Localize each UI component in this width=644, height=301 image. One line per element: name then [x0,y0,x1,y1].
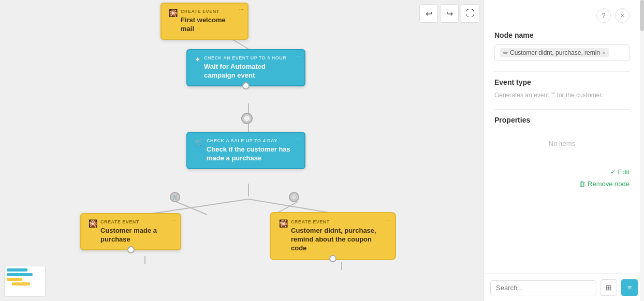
node-name-section-title: Node name [494,31,630,39]
event-type-title: Event type [494,78,630,86]
undo-button[interactable]: ↩ [419,4,438,23]
branch-icon-purchase: 🛒 [170,192,180,202]
divider-2 [494,109,630,110]
search-input-wrap [490,280,596,295]
mini-map[interactable] [4,266,46,297]
node-title-purchase: Customer made a purchase [100,227,173,244]
workflow-canvas[interactable]: ↩ ↪ ⛶ ··· 🎇 CREATE EVENT First welcome m… [0,0,484,301]
panel-bottom: ⊞ ≡ [484,274,644,301]
canvas-toolbar: ↩ ↪ ⛶ [419,4,479,23]
branch-icon-no: ⊘ [289,192,299,202]
split-circle [241,113,253,124]
node-name-field[interactable]: ✏ Customer didnt, purchase, remin × [494,44,630,61]
properties-section: Properties No items [494,116,630,158]
fullscreen-button[interactable]: ⛶ [461,4,479,23]
node-icon-check-event: ✦ [195,55,201,64]
close-button[interactable]: × [615,8,630,23]
edit-link[interactable]: ✓ Edit [610,168,630,176]
node-name-tag[interactable]: ✏ Customer didnt, purchase, remin × [500,48,609,57]
panel-scrollbar[interactable] [640,0,644,301]
node-badge-check-sale: CHECK A SALE UP TO 4 DAY [207,138,297,143]
node-icon-remind: 🎇 [279,219,288,228]
node-badge-check-event: CHECK AN EVENT UP TO 3 HOUR [204,55,297,61]
panel-top-actions: ? × [494,8,630,23]
remove-node-link[interactable]: 🗑 Remove node [579,180,630,188]
node-badge-purchase: CREATE EVENT [100,219,173,224]
divider-1 [494,71,630,72]
node-icon-purchase: 🎇 [89,219,97,228]
tag-close-icon[interactable]: × [602,50,605,56]
node-title-remind: Customer didnt, purchase, remind about t… [291,227,387,253]
node-badge-welcome: CREATE EVENT [181,9,240,14]
node-check-event[interactable]: ··· ✦ CHECK AN EVENT UP TO 3 HOUR Wait f… [186,49,305,86]
properties-title: Properties [494,116,630,124]
node-welcome-mail[interactable]: ··· 🎇 CREATE EVENT First welcome mail [160,3,248,40]
svg-line-8 [176,202,207,215]
panel-content: ? × Node name ✏ Customer didnt, purchase… [484,0,640,274]
node-remind[interactable]: ··· 🎇 CREATE EVENT Customer didnt, purch… [271,213,395,259]
panel-actions-row: ✓ Edit [494,168,630,176]
help-button[interactable]: ? [596,8,611,23]
grid-view-button[interactable]: ⊞ [601,279,617,296]
search-input[interactable] [490,280,596,295]
node-badge-remind: CREATE EVENT [291,219,387,224]
tag-text: Customer didnt, purchase, remin [510,49,600,56]
node-icon-welcome: 🎇 [169,9,178,17]
tag-pencil-icon: ✏ [503,50,508,56]
event-type-section: Event type Generates an event "" for the… [494,78,630,99]
node-check-sale[interactable]: ··· 🛒 CHECK A SALE UP TO 4 DAY Check if … [186,132,305,169]
node-icon-check-sale: 🛒 [195,138,203,146]
no-items-text: No items [494,129,630,158]
right-panel: ? × Node name ✏ Customer didnt, purchase… [484,0,644,301]
list-view-button[interactable]: ≡ [621,279,638,296]
panel-scrollbar-thumb[interactable] [640,0,644,31]
redo-button[interactable]: ↪ [440,4,459,23]
node-title-welcome: First welcome mail [181,16,240,34]
node-title-check-event: Wait for Automated campaign event [204,63,297,80]
connector-check-event-bottom[interactable] [242,82,250,89]
node-purchase[interactable]: ··· 🎇 CREATE EVENT Customer made a purch… [80,213,181,250]
connector-purchase-bottom[interactable] [127,246,135,253]
connector-remind-bottom[interactable] [329,255,336,262]
panel-remove-row: 🗑 Remove node [494,180,630,188]
event-type-desc: Generates an event "" for the customer. [494,92,630,99]
node-title-check-sale: Check if the customer has made a purchas… [207,145,297,163]
svg-line-4 [145,199,248,215]
